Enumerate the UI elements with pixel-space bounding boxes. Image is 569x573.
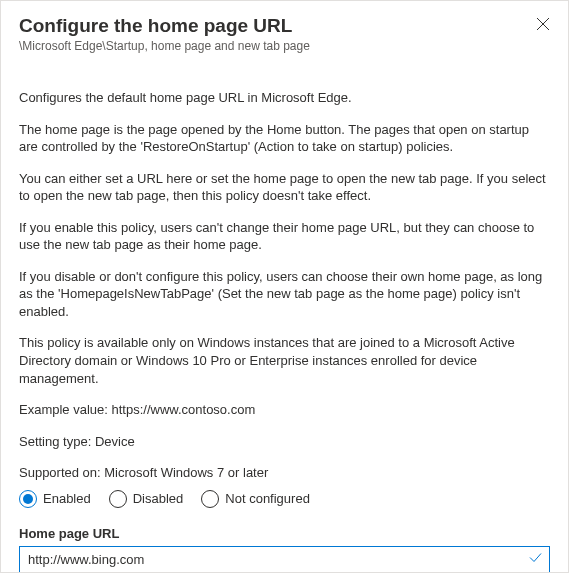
setting-type: Setting type: Device <box>19 433 550 451</box>
page-title: Configure the home page URL <box>19 15 550 37</box>
dialog-header: Configure the home page URL \Microsoft E… <box>1 1 568 61</box>
close-button[interactable] <box>534 15 552 33</box>
description-p2: The home page is the page opened by the … <box>19 121 550 156</box>
close-icon <box>536 17 550 31</box>
radio-not-configured[interactable]: Not configured <box>201 490 310 508</box>
radio-icon <box>201 490 219 508</box>
example-value: Example value: https://www.contoso.com <box>19 401 550 419</box>
radio-enabled-label: Enabled <box>43 491 91 506</box>
state-radio-group: Enabled Disabled Not configured <box>19 490 550 508</box>
supported-on: Supported on: Microsoft Windows 7 or lat… <box>19 464 550 482</box>
radio-disabled[interactable]: Disabled <box>109 490 184 508</box>
home-page-url-input[interactable] <box>19 546 550 573</box>
description-p4: If you enable this policy, users can't c… <box>19 219 550 254</box>
radio-icon <box>109 490 127 508</box>
radio-not-configured-label: Not configured <box>225 491 310 506</box>
radio-enabled[interactable]: Enabled <box>19 490 91 508</box>
dialog-content: Configures the default home page URL in … <box>1 61 568 573</box>
description-p6: This policy is available only on Windows… <box>19 334 550 387</box>
breadcrumb: \Microsoft Edge\Startup, home page and n… <box>19 39 550 53</box>
radio-icon <box>19 490 37 508</box>
description-p5: If you disable or don't configure this p… <box>19 268 550 321</box>
description-p1: Configures the default home page URL in … <box>19 89 550 107</box>
radio-disabled-label: Disabled <box>133 491 184 506</box>
description-p3: You can either set a URL here or set the… <box>19 170 550 205</box>
url-input-wrap <box>19 546 550 573</box>
url-field-label: Home page URL <box>19 526 550 541</box>
